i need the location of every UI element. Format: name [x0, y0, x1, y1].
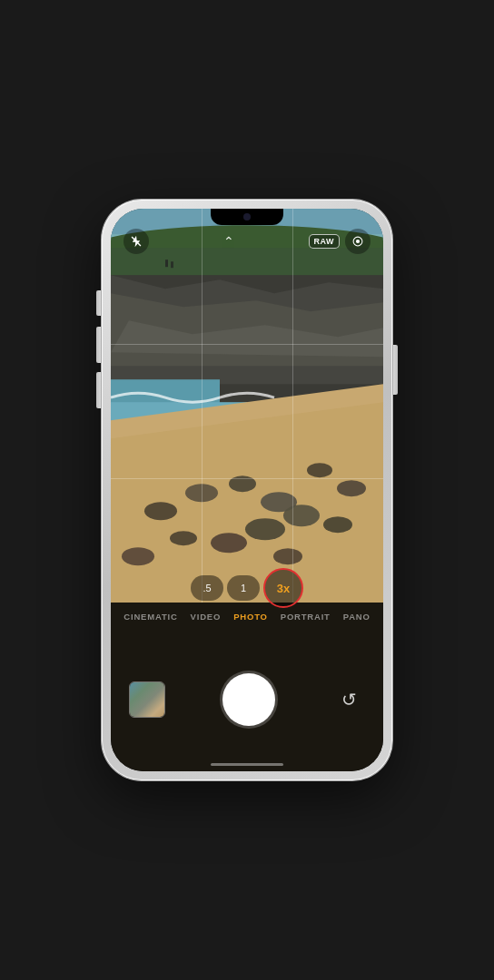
zoom-0.5-button[interactable]: .5	[191, 575, 223, 601]
mode-photo[interactable]: PHOTO	[233, 612, 268, 622]
phone-shell: ⌃ RAW .5 1	[102, 200, 392, 780]
flash-button[interactable]	[124, 229, 149, 254]
camera-controls-row: ↺	[111, 627, 383, 771]
mute-button[interactable]	[96, 290, 101, 316]
grid-lines	[111, 209, 383, 613]
zoom-controls: .5 1 3x	[191, 568, 303, 608]
power-button[interactable]	[393, 345, 398, 395]
front-camera	[243, 213, 251, 220]
zoom-1-button[interactable]: 1	[227, 575, 260, 601]
volume-up-button[interactable]	[96, 327, 101, 363]
svg-marker-28	[133, 236, 140, 248]
phone-screen: ⌃ RAW .5 1	[111, 209, 383, 771]
camera-bottom-bar: CINEMATIC VIDEO PHOTO PORTRAIT PANO	[111, 603, 383, 771]
raw-button[interactable]: RAW	[309, 234, 341, 249]
last-photo-thumbnail[interactable]	[129, 681, 165, 718]
chevron-up-icon[interactable]: ⌃	[223, 234, 234, 249]
live-photo-button[interactable]	[345, 229, 370, 254]
notch	[211, 209, 283, 225]
top-controls: ⌃ RAW	[111, 229, 383, 254]
mode-portrait[interactable]: PORTRAIT	[281, 612, 331, 622]
home-indicator[interactable]	[211, 763, 283, 766]
shutter-button[interactable]	[222, 673, 275, 726]
zoom-3x-button[interactable]: 3x	[263, 568, 303, 608]
svg-point-29	[356, 240, 360, 243]
mode-cinematic[interactable]: CINEMATIC	[124, 612, 177, 622]
mode-video[interactable]: VIDEO	[191, 612, 222, 622]
mode-pano[interactable]: PANO	[343, 612, 370, 622]
viewfinder[interactable]: ⌃ RAW	[111, 209, 383, 613]
flip-camera-button[interactable]: ↺	[332, 683, 365, 716]
volume-down-button[interactable]	[96, 372, 101, 408]
